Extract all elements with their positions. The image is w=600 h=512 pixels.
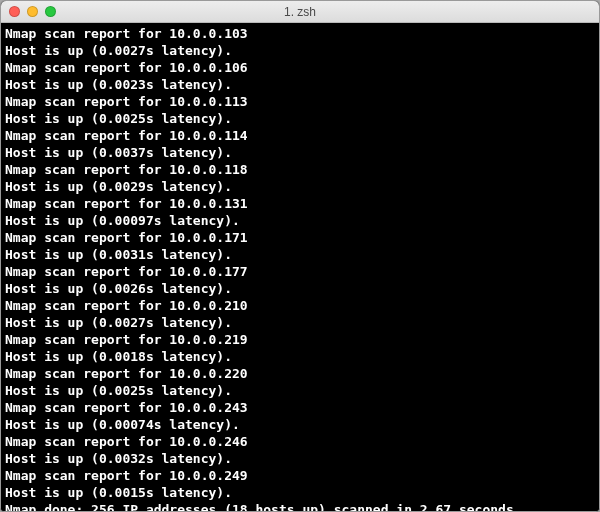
scan-report-line: Nmap scan report for 10.0.0.219 [5,331,595,348]
scan-report-line: Nmap scan report for 10.0.0.210 [5,297,595,314]
close-icon[interactable] [9,6,20,17]
scan-report-line: Nmap scan report for 10.0.0.103 [5,25,595,42]
host-status-line: Host is up (0.0025s latency). [5,382,595,399]
scan-report-line: Nmap scan report for 10.0.0.131 [5,195,595,212]
scan-report-line: Nmap scan report for 10.0.0.249 [5,467,595,484]
host-status-line: Host is up (0.0027s latency). [5,314,595,331]
traffic-lights [9,6,56,17]
host-status-line: Host is up (0.00074s latency). [5,416,595,433]
host-status-line: Host is up (0.0032s latency). [5,450,595,467]
minimize-icon[interactable] [27,6,38,17]
host-status-line: Host is up (0.00097s latency). [5,212,595,229]
scan-report-line: Nmap scan report for 10.0.0.106 [5,59,595,76]
scan-report-line: Nmap scan report for 10.0.0.220 [5,365,595,382]
scan-report-line: Nmap scan report for 10.0.0.177 [5,263,595,280]
scan-report-line: Nmap scan report for 10.0.0.118 [5,161,595,178]
window-title: 1. zsh [1,5,599,19]
host-status-line: Host is up (0.0026s latency). [5,280,595,297]
host-status-line: Host is up (0.0031s latency). [5,246,595,263]
scan-report-line: Nmap scan report for 10.0.0.243 [5,399,595,416]
host-status-line: Host is up (0.0025s latency). [5,110,595,127]
scan-report-line: Nmap scan report for 10.0.0.113 [5,93,595,110]
scan-report-line: Nmap scan report for 10.0.0.171 [5,229,595,246]
titlebar[interactable]: 1. zsh [1,1,599,23]
scan-report-line: Nmap scan report for 10.0.0.246 [5,433,595,450]
host-status-line: Host is up (0.0023s latency). [5,76,595,93]
host-status-line: Host is up (0.0029s latency). [5,178,595,195]
zoom-icon[interactable] [45,6,56,17]
host-status-line: Host is up (0.0027s latency). [5,42,595,59]
host-status-line: Host is up (0.0018s latency). [5,348,595,365]
terminal-window: 1. zsh Nmap scan report for 10.0.0.103Ho… [0,0,600,512]
host-status-line: Host is up (0.0037s latency). [5,144,595,161]
terminal-output[interactable]: Nmap scan report for 10.0.0.103Host is u… [1,23,599,511]
scan-summary-line: Nmap done: 256 IP addresses (18 hosts up… [5,501,595,511]
host-status-line: Host is up (0.0015s latency). [5,484,595,501]
scan-report-line: Nmap scan report for 10.0.0.114 [5,127,595,144]
